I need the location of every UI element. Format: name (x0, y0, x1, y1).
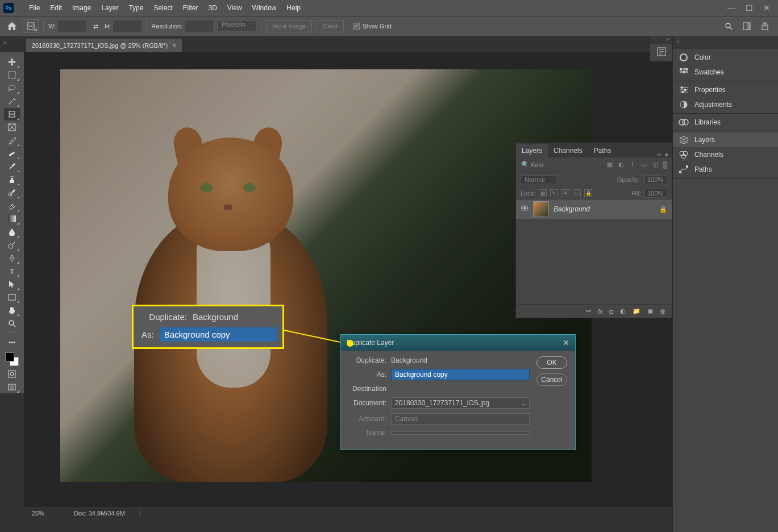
brush-tool-icon[interactable] (4, 160, 20, 173)
menu-image[interactable]: Image (67, 4, 96, 12)
blend-mode-select[interactable]: Normal (521, 175, 556, 184)
menu-help[interactable]: Help (281, 4, 306, 12)
path-selection-tool-icon[interactable] (4, 278, 20, 290)
search-icon[interactable] (723, 21, 734, 31)
dodge-tool-icon[interactable] (4, 239, 20, 251)
quick-mask-icon[interactable] (4, 368, 20, 380)
maximize-icon[interactable]: ☐ (746, 3, 753, 13)
lock-brush-icon[interactable]: ✎ (550, 189, 558, 197)
filter-shape-icon[interactable]: ▭ (640, 161, 648, 169)
filter-pixel-icon[interactable]: ▦ (606, 161, 614, 169)
lock-all-icon[interactable]: 🔒 (584, 189, 592, 197)
panel-adjustments[interactable]: Adjustments (673, 97, 778, 112)
panel-paths[interactable]: Paths (673, 162, 778, 177)
layer-filter-kind[interactable]: 🔍Kind (521, 161, 602, 168)
marquee-tool-icon[interactable] (4, 69, 20, 81)
front-image-button[interactable]: Front Image (266, 20, 312, 32)
filter-toggle-icon[interactable] (663, 161, 667, 169)
resolution-input[interactable] (185, 20, 213, 32)
height-input[interactable] (113, 20, 142, 32)
share-icon[interactable] (760, 21, 770, 31)
minimize-icon[interactable]: — (727, 3, 735, 13)
foreground-background-colors[interactable] (4, 351, 20, 367)
collapse-panel-icon[interactable]: ›› (657, 151, 661, 157)
filter-type-icon[interactable]: T (629, 161, 636, 169)
clone-stamp-tool-icon[interactable] (4, 173, 20, 186)
expand-toolbars-icon[interactable]: ›› (3, 40, 7, 45)
menu-3d[interactable]: 3D (203, 4, 222, 12)
panel-channels[interactable]: Channels (673, 147, 778, 162)
delete-layer-icon[interactable]: 🗑 (660, 308, 666, 315)
layer-row[interactable]: Background 🔒 (516, 200, 672, 219)
menu-file[interactable]: File (24, 4, 45, 12)
frame-tool-icon[interactable] (4, 121, 20, 134)
panel-menu-icon[interactable]: ≡ (665, 151, 668, 157)
swap-wh-icon[interactable]: ⇄ (91, 23, 100, 30)
edit-toolbar-icon[interactable]: ••• (4, 336, 20, 348)
unit-select[interactable]: Pixels/In (218, 20, 256, 32)
layer-name[interactable]: Background (554, 205, 590, 213)
perspective-crop-tool-icon[interactable] (4, 108, 20, 120)
eyedropper-tool-icon[interactable] (4, 134, 20, 147)
callout-as-input[interactable] (160, 327, 277, 342)
type-tool-icon[interactable]: T (4, 265, 20, 277)
blur-tool-icon[interactable] (4, 226, 20, 238)
lasso-tool-icon[interactable] (4, 82, 20, 94)
document-tab[interactable]: 20180330_172737171_iOS.jpg @ 25% (RGB/8*… (26, 39, 182, 52)
crop-tool-icon[interactable] (23, 19, 39, 33)
panel-properties[interactable]: Properties (673, 82, 778, 97)
dialog-document-select[interactable]: 20180330_172737171_iOS.jpg⌄ (391, 397, 530, 409)
channels-tab[interactable]: Channels (548, 144, 588, 157)
layer-style-icon[interactable]: fx (598, 308, 603, 315)
new-layer-icon[interactable]: ▣ (647, 307, 653, 315)
move-tool-icon[interactable] (4, 56, 20, 68)
menu-edit[interactable]: Edit (45, 4, 67, 12)
zoom-level[interactable]: 25% (32, 510, 60, 517)
menu-select[interactable]: Select (148, 4, 177, 12)
hand-tool-icon[interactable] (4, 304, 20, 317)
menu-view[interactable]: View (222, 4, 247, 12)
opacity-input[interactable]: 100% (644, 175, 667, 184)
home-icon[interactable] (6, 20, 18, 32)
panel-color[interactable]: Color (673, 50, 778, 65)
clear-button[interactable]: Clear (317, 20, 344, 32)
status-flyout-icon[interactable]: 〉 (139, 509, 145, 518)
link-layers-icon[interactable]: ⚯ (586, 307, 591, 315)
cancel-button[interactable]: Cancel (536, 373, 567, 386)
workspace-icon[interactable] (742, 21, 752, 31)
dialog-as-input[interactable] (391, 369, 530, 380)
magic-wand-tool-icon[interactable] (4, 95, 20, 107)
history-panel-icon[interactable] (656, 47, 667, 57)
lock-pixels-icon[interactable]: ▦ (539, 189, 547, 197)
panel-libraries[interactable]: Libraries (673, 115, 778, 130)
dialog-close-icon[interactable]: ✕ (563, 338, 569, 347)
healing-brush-tool-icon[interactable] (4, 147, 20, 160)
layer-mask-icon[interactable]: ◘ (609, 308, 613, 315)
lock-position-icon[interactable]: ✥ (561, 189, 569, 197)
pen-tool-icon[interactable] (4, 252, 20, 264)
visibility-icon[interactable] (521, 205, 529, 213)
screen-mode-icon[interactable] (4, 381, 20, 393)
filter-adjustment-icon[interactable]: ◐ (617, 161, 625, 169)
width-input[interactable] (58, 20, 86, 32)
menu-type[interactable]: Type (123, 4, 148, 12)
lock-artboard-icon[interactable]: ▭ (573, 189, 581, 197)
menu-window[interactable]: Window (247, 4, 282, 12)
panel-swatches[interactable]: Swatches (673, 65, 778, 80)
close-icon[interactable]: ✕ (763, 3, 770, 13)
layers-tab[interactable]: Layers (516, 144, 548, 157)
fill-input[interactable]: 100% (644, 189, 667, 198)
adjustment-layer-icon[interactable]: ◐ (620, 307, 626, 315)
eraser-tool-icon[interactable] (4, 200, 20, 212)
menu-layer[interactable]: Layer (96, 4, 123, 12)
panel-layers[interactable]: Layers (673, 132, 778, 147)
zoom-tool-icon[interactable] (4, 317, 20, 330)
history-brush-tool-icon[interactable] (4, 186, 20, 199)
lock-icon[interactable]: 🔒 (659, 206, 667, 213)
filter-smart-icon[interactable]: ◫ (651, 161, 659, 169)
ok-button[interactable]: OK (536, 356, 567, 369)
gradient-tool-icon[interactable] (4, 213, 20, 225)
paths-tab[interactable]: Paths (588, 144, 617, 157)
close-tab-icon[interactable]: × (172, 41, 176, 49)
menu-filter[interactable]: Filter (178, 4, 203, 12)
